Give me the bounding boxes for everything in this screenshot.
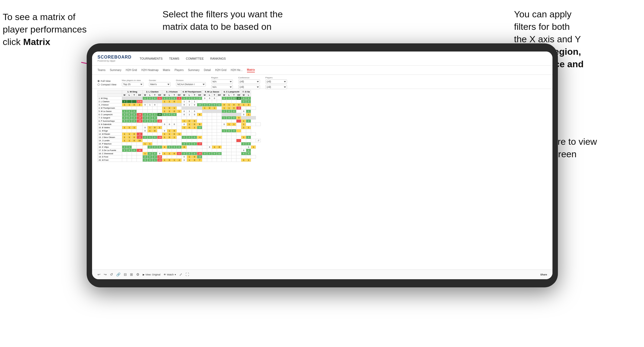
matrix-cell: 1 bbox=[212, 146, 217, 149]
sec-nav-h2h-heatmap[interactable]: H2H Heatmap bbox=[141, 68, 158, 72]
matrix-cell bbox=[122, 152, 127, 155]
matrix-cell: 0 bbox=[192, 155, 197, 159]
matrix-cell: 2 bbox=[241, 142, 246, 146]
players-filter: Players (All) (All) bbox=[265, 76, 287, 89]
matrix-cell bbox=[246, 116, 251, 120]
nav-rankings[interactable]: RANKINGS bbox=[210, 56, 226, 61]
matrix-cell: 1 bbox=[148, 126, 152, 129]
matrix-cell: 0 bbox=[148, 120, 152, 123]
table-row: 3. J Koivun11020100101304011010312 bbox=[98, 103, 261, 107]
sec-nav-h2h-grid[interactable]: H2H Grid bbox=[126, 68, 137, 72]
matrix-cell: 0 bbox=[246, 146, 251, 149]
matrix-cell bbox=[217, 155, 222, 159]
matrix-cell bbox=[212, 142, 217, 146]
matrix-cell bbox=[157, 110, 162, 113]
zoom-out-icon[interactable]: ⊟ bbox=[124, 272, 127, 277]
sec-nav-h2hhe[interactable]: H2H He... bbox=[231, 68, 243, 72]
settings-icon[interactable]: ⚙ bbox=[136, 272, 139, 277]
matrix-cell bbox=[241, 107, 246, 110]
matrix-cell bbox=[182, 139, 187, 142]
fullscreen-icon[interactable]: ⛶ bbox=[186, 272, 189, 277]
matrix-cell bbox=[143, 123, 148, 126]
sec-nav-players[interactable]: Players bbox=[175, 68, 184, 72]
matrix-cell: 11 bbox=[157, 97, 162, 100]
matrix-cell: 1 bbox=[251, 146, 256, 149]
matrix-cell: 1 bbox=[187, 113, 192, 116]
matrix-cell bbox=[222, 136, 227, 139]
matrix-cell bbox=[172, 126, 177, 129]
full-view-option[interactable]: Full View bbox=[97, 80, 116, 82]
matrix-cell: 0 bbox=[217, 146, 222, 149]
nav-teams[interactable]: TEAMS bbox=[169, 56, 179, 61]
expand-icon[interactable]: ⤢ bbox=[179, 272, 182, 277]
sec-nav-detail[interactable]: Detail bbox=[204, 68, 211, 72]
link-icon[interactable]: 🔗 bbox=[116, 272, 121, 277]
region-select2[interactable]: N/A bbox=[211, 85, 233, 89]
redo-icon[interactable]: ↪ bbox=[104, 272, 107, 277]
sec-nav-matrix-left[interactable]: Matrix bbox=[163, 68, 170, 72]
conference-select[interactable]: (All) bbox=[238, 79, 260, 84]
view-original-btn[interactable]: ▶ View: Original bbox=[143, 273, 160, 276]
player-name-cell: 8. P Summerhays bbox=[98, 120, 122, 123]
matrix-cell bbox=[256, 123, 261, 126]
matrix-cell bbox=[167, 120, 172, 123]
matrix-cell: 1 bbox=[162, 159, 167, 162]
sec-nav-matrix-active[interactable]: Matrix bbox=[247, 68, 255, 72]
matrix-cell: 4 bbox=[207, 103, 212, 107]
matrix-cell: 0 bbox=[182, 159, 187, 162]
compact-view-option[interactable]: Compact View bbox=[97, 83, 116, 86]
matrix-cell bbox=[197, 110, 202, 113]
sec-nav-h2h-grid2[interactable]: H2H Grid bbox=[215, 68, 226, 72]
nav-tournaments[interactable]: TOURNAMENTS bbox=[140, 56, 163, 61]
sec-nav-summary[interactable]: Summary bbox=[110, 68, 121, 72]
matrix-area: 1. W Ding 2. L Clanton 3. J Koivun 4. M … bbox=[92, 89, 552, 265]
matrix-cell bbox=[217, 159, 222, 162]
matrix-cell: 1 bbox=[167, 152, 172, 155]
matrix-cell bbox=[127, 142, 132, 146]
matrix-cell bbox=[177, 123, 182, 126]
annotation-center: Select the filters you want the matrix d… bbox=[162, 8, 292, 33]
table-row: 5. M La Sasso100110101010001 bbox=[98, 110, 261, 113]
matrix-cell bbox=[137, 159, 143, 162]
gender-label: Gender bbox=[149, 79, 171, 82]
matrix-cell: 0 bbox=[172, 113, 177, 116]
matrix-cell: 0 bbox=[152, 152, 157, 155]
matrix-cell bbox=[202, 100, 207, 103]
share-button[interactable]: Share bbox=[540, 273, 547, 276]
matrix-cell bbox=[227, 139, 232, 142]
zoom-in-icon[interactable]: ⊞ bbox=[130, 272, 133, 277]
matrix-cell bbox=[236, 159, 241, 162]
compact-view-radio[interactable] bbox=[97, 83, 100, 86]
undo-icon[interactable]: ↩ bbox=[97, 272, 100, 277]
refresh-icon[interactable]: ↺ bbox=[110, 272, 113, 277]
nav-committee[interactable]: COMMITTEE bbox=[186, 56, 204, 61]
matrix-cell: 0 bbox=[192, 152, 197, 155]
matrix-cell bbox=[207, 120, 212, 123]
matrix-cell bbox=[143, 149, 148, 152]
sec-nav-teams[interactable]: Teams bbox=[97, 68, 105, 72]
conference-select2[interactable]: (All) bbox=[238, 85, 260, 89]
matrix-cell: 0 bbox=[172, 97, 177, 100]
matrix-cell bbox=[236, 129, 241, 133]
matrix-cell bbox=[232, 146, 236, 149]
matrix-cell: 0 bbox=[222, 97, 227, 100]
full-view-radio[interactable] bbox=[97, 80, 100, 82]
players-select2[interactable]: (All) bbox=[265, 85, 287, 89]
matrix-cell: 0 bbox=[143, 129, 148, 133]
players-select[interactable]: (All) bbox=[265, 79, 287, 84]
matrix-cell: 0 bbox=[232, 107, 236, 110]
watch-btn[interactable]: 👁 Watch ▾ bbox=[164, 273, 176, 276]
matrix-cell: 1 bbox=[241, 103, 246, 107]
region-select[interactable]: N/A bbox=[211, 79, 233, 84]
matrix-cell: 7 bbox=[197, 159, 202, 162]
division-select[interactable]: NCAA Division I bbox=[176, 82, 206, 86]
sec-nav-summary2[interactable]: Summary bbox=[188, 68, 200, 72]
matrix-cell: 2 bbox=[246, 142, 251, 146]
gender-select[interactable]: Men's bbox=[149, 82, 171, 86]
matrix-cell bbox=[236, 100, 241, 103]
matrix-cell: 0 bbox=[182, 103, 187, 107]
max-players-select[interactable]: Top 25 bbox=[122, 82, 144, 86]
matrix-cell bbox=[241, 133, 246, 136]
matrix-cell: 1 bbox=[187, 159, 192, 162]
matrix-cell: 0 bbox=[172, 133, 177, 136]
